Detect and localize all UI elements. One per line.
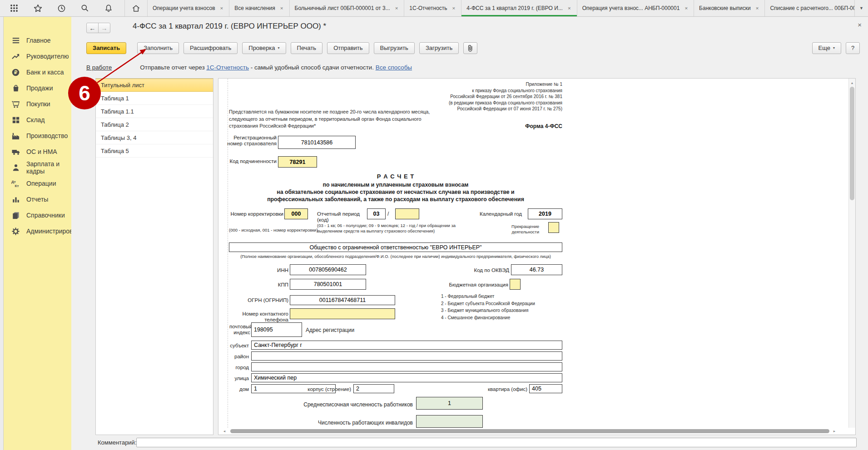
- horizontal-scrollbar[interactable]: ◄ ►: [218, 428, 848, 435]
- section-table-5[interactable]: Таблица 5: [96, 144, 213, 158]
- sidebar-item-pokupki[interactable]: Покупки: [0, 98, 71, 110]
- tab-close-icon[interactable]: ×: [394, 5, 399, 11]
- section-title-page[interactable]: Титульный лист: [96, 79, 213, 92]
- sidebar-item-administrirovanie[interactable]: Администрирование: [0, 225, 71, 237]
- 1c-otchetnost-link[interactable]: 1С-Отчетность: [206, 64, 249, 71]
- vertical-scroll-thumb[interactable]: [850, 87, 854, 200]
- sidebar-item-proizvodstvo[interactable]: Производство: [0, 130, 71, 142]
- tab-close-icon[interactable]: ×: [279, 5, 284, 11]
- tab-vse-nachisleniya[interactable]: Все начисления ×: [229, 0, 289, 16]
- horizontal-scroll-thumb[interactable]: [230, 429, 829, 433]
- print-button[interactable]: Печать: [291, 42, 323, 54]
- home-tab[interactable]: [124, 0, 147, 16]
- kpp-field[interactable]: 780501001: [290, 279, 366, 290]
- correction-number-field[interactable]: 000: [284, 208, 308, 219]
- check-button[interactable]: Проверка▾: [242, 42, 286, 54]
- more-button[interactable]: Еще▾: [812, 42, 841, 54]
- tab-bankovskie-vypiski[interactable]: Банковские выписки ×: [694, 0, 764, 16]
- scroll-right-icon[interactable]: ►: [831, 428, 838, 434]
- disabled-headcount-field[interactable]: [416, 415, 483, 428]
- send-button[interactable]: Отправить: [327, 42, 369, 54]
- sidebar-item-operacii[interactable]: ДтКт Операции: [0, 178, 71, 189]
- scroll-up-icon[interactable]: ▲: [849, 79, 855, 86]
- avg-headcount-field[interactable]: 1: [416, 397, 483, 410]
- import-button[interactable]: Загрузить: [419, 42, 459, 54]
- addr-street-field[interactable]: Химический пер: [251, 373, 562, 382]
- sidebar-item-os-i-nma[interactable]: ОС и НМА: [0, 146, 71, 158]
- sidebar-item-spravochniki[interactable]: Справочники: [0, 209, 71, 221]
- comment-input[interactable]: [136, 438, 857, 447]
- tab-close-icon[interactable]: ×: [451, 5, 456, 11]
- attach-button[interactable]: [463, 42, 477, 54]
- termination-checkbox[interactable]: [548, 222, 559, 233]
- period-extra-field[interactable]: [395, 208, 419, 219]
- budget-option: 2 - Бюджет субъекта Российской Федерации: [441, 300, 568, 307]
- subordination-code-label: Код подчиненности: [223, 158, 277, 164]
- sidebar-item-zarplata-i-kadry[interactable]: Зарплата и кадры: [0, 162, 71, 173]
- tab-close-icon[interactable]: ×: [219, 5, 224, 11]
- phone-label: Номер контактного телефона: [225, 311, 288, 323]
- tabs-overflow-button[interactable]: ▼: [854, 0, 868, 16]
- save-button[interactable]: Записать: [86, 42, 126, 54]
- legal-line: Приложение № 1: [400, 81, 562, 88]
- tab-4fss-active[interactable]: 4-ФСС за 1 квартал 2019 г. (ЕВРО И... ×: [461, 0, 576, 16]
- disabled-headcount-label: Численность работающих инвалидов: [277, 420, 413, 426]
- addr-district-field[interactable]: [251, 351, 562, 361]
- sidebar-item-rukovoditelyu[interactable]: Руководителю: [0, 50, 71, 62]
- section-table-1[interactable]: Таблица 1: [96, 92, 213, 105]
- sidebar-item-glavnoe[interactable]: Главное: [0, 35, 71, 46]
- export-button[interactable]: Выгрузить: [374, 42, 415, 54]
- menu-icon: [11, 36, 20, 45]
- tab-operations-uchet[interactable]: Операции учета взносов ×: [147, 0, 229, 16]
- close-window-icon[interactable]: ×: [858, 21, 862, 29]
- tab-spisanie[interactable]: Списание с расчетного... 00БП-000002 ×: [764, 0, 868, 16]
- addr-city-field[interactable]: [251, 362, 562, 371]
- status-badge[interactable]: В работе: [86, 64, 112, 71]
- tab-1c-otchetnost[interactable]: 1С-Отчетность ×: [404, 0, 461, 16]
- svg-text:₽: ₽: [14, 70, 17, 75]
- tab-close-icon[interactable]: ×: [755, 5, 760, 11]
- sidebar-item-bank-i-kassa[interactable]: ₽ Банк и касса: [0, 66, 71, 78]
- addr-apartment-field[interactable]: 405: [529, 384, 562, 393]
- history-clock-icon[interactable]: [56, 3, 66, 13]
- tab-operaciya-ucheta[interactable]: Операция учета взнос... АНБП-000001 ×: [577, 0, 694, 16]
- status-text: Отправьте отчет через: [140, 64, 206, 71]
- ogrn-field[interactable]: 001167847468711: [290, 295, 395, 305]
- favorites-star-icon[interactable]: [33, 3, 43, 13]
- notifications-bell-icon[interactable]: [104, 3, 114, 13]
- help-button[interactable]: ?: [846, 42, 860, 54]
- subordination-code-field[interactable]: 78291: [278, 156, 317, 168]
- section-table-2[interactable]: Таблица 2: [96, 118, 213, 131]
- sidebar-item-label: ОС и НМА: [26, 148, 57, 155]
- forward-button[interactable]: →: [98, 23, 110, 33]
- tab-close-icon[interactable]: ×: [684, 5, 689, 11]
- phone-field[interactable]: [290, 308, 395, 319]
- scroll-left-icon[interactable]: ◄: [221, 428, 228, 434]
- vertical-scrollbar[interactable]: ▲: [848, 79, 855, 428]
- all-methods-link[interactable]: Все способы: [376, 64, 412, 71]
- reg-number-field[interactable]: 7810143586: [278, 136, 356, 149]
- inn-field[interactable]: 007805690462: [290, 264, 366, 275]
- report-period-field[interactable]: 03: [367, 208, 386, 219]
- section-tables-3-4[interactable]: Таблицы 3, 4: [96, 131, 213, 144]
- search-icon[interactable]: [80, 3, 90, 13]
- status-text: - самый удобный способ сдачи отчетности.: [249, 64, 376, 71]
- postal-index-field[interactable]: 198095: [251, 322, 302, 337]
- okved-field[interactable]: 46.73: [511, 264, 562, 275]
- section-table-1-1[interactable]: Таблица 1.1: [96, 105, 213, 118]
- sidebar-item-label: Покупки: [26, 100, 50, 108]
- budget-org-checkbox[interactable]: [510, 279, 521, 290]
- grid-menu-icon[interactable]: [9, 3, 19, 13]
- fill-button[interactable]: Заполнить: [137, 42, 179, 54]
- org-name-field[interactable]: Общество с ограниченной ответственностью…: [229, 242, 562, 252]
- tab-bolnichny-list[interactable]: Больничный лист 00БП-000001 от 3... ×: [289, 0, 404, 16]
- sidebar-item-otchety[interactable]: Отчеты: [0, 193, 71, 205]
- calendar-year-field[interactable]: 2019: [528, 208, 562, 219]
- sidebar-item-prodazhi[interactable]: Продажи: [0, 82, 71, 94]
- tab-close-icon[interactable]: ×: [567, 5, 572, 11]
- addr-building-field[interactable]: 2: [353, 384, 394, 393]
- back-button[interactable]: ←: [86, 23, 99, 33]
- sidebar-item-sklad[interactable]: Склад: [0, 114, 71, 126]
- addr-subject-field[interactable]: Санкт-Петербург г: [251, 341, 562, 350]
- decode-button[interactable]: Расшифровать: [184, 42, 238, 54]
